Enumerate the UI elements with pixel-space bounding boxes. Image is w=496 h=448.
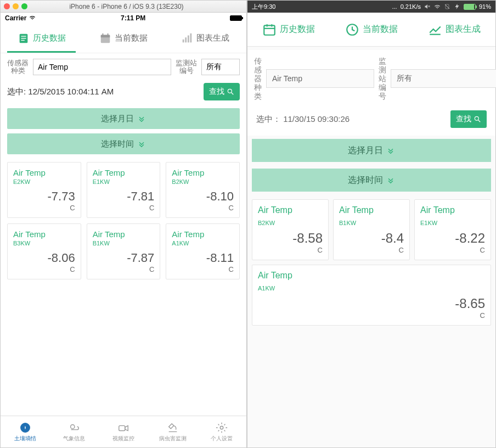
card-value: -8.65 [258,296,485,311]
card-subtitle: B3KW [13,240,75,247]
select-date-bar[interactable]: 选择月日 [7,108,240,129]
card-unit: C [258,246,323,254]
tab-history[interactable]: 历史数据 [247,13,330,46]
sensor-card[interactable]: Air Temp A1KW -8.11 C [166,223,240,279]
time-bar-label: 选择时间 [348,175,383,186]
card-title: Air Temp [93,229,155,239]
sensor-card[interactable]: Air Temp E2KW -7.73 C [7,162,81,218]
sensor-card[interactable]: Air Temp E1KW -7.81 C [87,162,161,218]
selected-row: 选中: 12/5/2015 10:04:11 AM 查找 [1,81,246,106]
svg-rect-9 [185,37,187,42]
no-sim-icon [444,3,450,10]
footer-settings[interactable]: 个人设置 [197,416,246,447]
station-label: 监测站 编号 [379,57,386,100]
card-value: -8.11 [172,251,234,265]
footer-label: 土壤墒情 [14,435,36,443]
microscope-icon [166,422,179,434]
card-subtitle: A1KW [172,240,234,247]
card-value: -8.58 [258,231,323,246]
carrier-label: Carrier [5,14,26,22]
footer-soil[interactable]: 土壤墒情 [1,416,50,447]
card-title: Air Temp [258,271,485,281]
sensor-card[interactable]: Air Temp B2KW -8.58 C [252,199,329,260]
card-unit: C [420,246,485,254]
gear-icon [215,422,228,434]
card-unit: C [172,265,234,273]
window-title: iPhone 6 - iPhone 6 / iOS 9.3 (13E230) [32,3,221,10]
selected-value: 12/5/2015 10:04:11 AM [28,87,114,96]
card-subtitle: B2KW [258,220,323,226]
sensor-input[interactable] [33,59,171,75]
sensor-card[interactable]: Air Temp A1KW -8.65 C [252,265,491,326]
svg-rect-16 [119,425,125,430]
battery-icon [230,15,242,21]
ios-status-bar: Carrier 7:11 PM [1,13,246,24]
camera-icon [117,422,130,434]
tab-chart[interactable]: 图表生成 [165,24,246,53]
top-tabs: 历史数据 当前数据 图表生成 [247,13,495,47]
chevron-down-icon [386,146,395,155]
window-titlebar[interactable]: iPhone 6 - iPhone 6 / iOS 9.3 (13E230) [1,1,246,13]
sensor-card[interactable]: Air Temp B1KW -8.4 C [333,199,410,260]
mute-icon [424,3,431,10]
sensor-cards: Air Temp B2KW -8.58 C Air Temp B1KW -8.4… [247,195,495,330]
status-time: 上午9:30 [252,3,275,11]
tab-chart[interactable]: 图表生成 [413,13,495,46]
status-time: 7:11 PM [121,14,145,22]
card-subtitle: E2KW [13,178,75,185]
card-value: -8.4 [339,231,404,246]
filter-row: 传感器 种类 监测站 编号 [247,50,495,107]
tab-label: 图表生成 [196,33,229,43]
svg-marker-17 [125,425,128,430]
card-unit: C [172,204,234,212]
zoom-window-button[interactable] [21,3,27,9]
sensor-card[interactable]: Air Temp B2KW -8.10 C [166,162,240,218]
search-button[interactable]: 查找 [204,83,240,100]
svg-point-12 [228,89,232,93]
card-title: Air Temp [172,229,234,239]
card-unit: C [13,204,75,212]
card-subtitle: E1KW [93,178,155,185]
card-unit: C [258,311,485,320]
search-label: 查找 [209,87,224,97]
sensor-input[interactable] [266,69,374,88]
sensor-card[interactable]: Air Temp B1KW -7.87 C [87,223,161,279]
search-button[interactable]: 查找 [450,110,487,128]
station-label: 监测站 编号 [176,59,197,75]
sensor-card[interactable]: Air Temp E1KW -8.22 C [414,199,491,260]
svg-line-13 [232,93,234,95]
chart-icon [428,23,442,37]
select-time-bar[interactable]: 选择时间 [7,133,240,154]
svg-rect-24 [264,25,275,35]
chevron-down-icon [137,139,146,148]
footer-pest[interactable]: 病虫害监测 [148,416,198,447]
card-title: Air Temp [339,205,404,215]
svg-point-15 [71,424,75,428]
select-date-bar[interactable]: 选择月日 [252,139,491,162]
tab-current[interactable]: 当前数据 [330,13,413,46]
svg-rect-7 [108,33,109,36]
sensor-card[interactable]: Air Temp B3KW -8.06 C [7,223,81,279]
chart-icon [181,32,193,44]
card-value: -7.73 [13,189,75,204]
chevron-down-icon [137,114,146,123]
station-input[interactable] [391,69,496,88]
network-speed: 0.21K/s [401,3,421,10]
card-subtitle: E1KW [420,220,485,226]
charging-icon [454,3,460,10]
plant-icon [19,422,32,434]
station-input[interactable] [201,59,240,75]
close-window-button[interactable] [4,3,10,9]
tab-current[interactable]: 当前数据 [82,24,164,53]
search-label: 查找 [456,114,471,124]
select-time-bar[interactable]: 选择时间 [252,169,491,192]
footer-video[interactable]: 视频监控 [99,416,148,447]
svg-rect-10 [188,35,189,42]
card-title: Air Temp [13,168,75,177]
card-title: Air Temp [420,205,485,215]
android-status-bar: 上午9:30 ... 0.21K/s 91% [247,1,495,13]
tab-history[interactable]: 历史数据 [1,24,82,53]
search-icon [474,115,481,123]
minimize-window-button[interactable] [13,3,19,9]
footer-weather[interactable]: 气象信息 [50,416,99,447]
